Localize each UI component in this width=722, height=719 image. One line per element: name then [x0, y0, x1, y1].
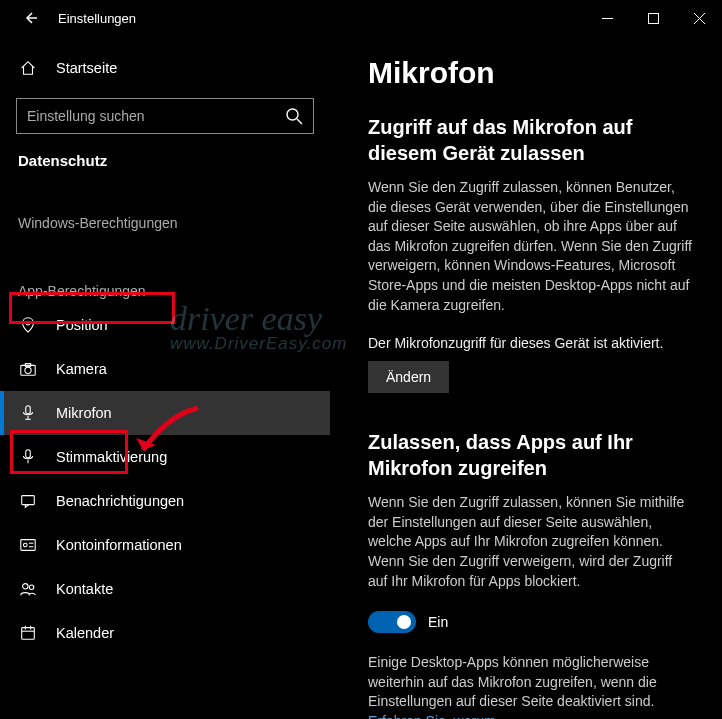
svg-rect-10 — [26, 406, 31, 414]
section1-status: Der Mikrofonzugriff für dieses Gerät ist… — [368, 335, 692, 351]
home-icon — [18, 58, 38, 78]
group-app-permissions: App-Berechtigungen — [0, 235, 330, 303]
svg-rect-16 — [21, 540, 35, 551]
footnote-text: Einige Desktop-Apps können möglicherweis… — [368, 654, 657, 709]
section1-heading: Zugriff auf das Mikrofon auf diesem Gerä… — [368, 114, 692, 166]
sidebar-item-label: Mikrofon — [56, 405, 112, 421]
sidebar-item-kontoinformationen[interactable]: Kontoinformationen — [0, 523, 330, 567]
search-input[interactable] — [27, 108, 285, 124]
sidebar-item-label: Benachrichtigungen — [56, 493, 184, 509]
svg-point-4 — [287, 109, 298, 120]
camera-icon — [18, 359, 38, 379]
category-label: Datenschutz — [0, 134, 330, 177]
svg-point-20 — [23, 584, 28, 589]
sidebar-item-label: Position — [56, 317, 108, 333]
calendar-icon — [18, 623, 38, 643]
sidebar-item-kamera[interactable]: Kamera — [0, 347, 330, 391]
learn-more-link[interactable]: Erfahren Sie, warum — [368, 713, 496, 719]
sidebar-item-kontakte[interactable]: Kontakte — [0, 567, 330, 611]
svg-rect-15 — [22, 496, 35, 505]
sidebar-item-kalender[interactable]: Kalender — [0, 611, 330, 655]
svg-rect-22 — [22, 628, 35, 640]
svg-point-6 — [26, 321, 30, 325]
account-icon — [18, 535, 38, 555]
sidebar-item-label: Kontakte — [56, 581, 113, 597]
sidebar-item-label: Kontoinformationen — [56, 537, 182, 553]
sidebar-item-label: Stimmaktivierung — [56, 449, 167, 465]
sidebar-item-label: Kamera — [56, 361, 107, 377]
toggle-label: Ein — [428, 614, 448, 630]
main-panel: Mikrofon Zugriff auf das Mikrofon auf di… — [330, 36, 722, 719]
svg-point-8 — [25, 367, 31, 373]
notifications-icon — [18, 491, 38, 511]
sidebar: Startseite Datenschutz Windows-Berechtig… — [0, 36, 330, 719]
section2-body: Wenn Sie den Zugriff zulassen, können Si… — [368, 493, 692, 591]
microphone-icon — [18, 403, 38, 423]
svg-point-21 — [29, 585, 33, 590]
app-title: Einstellungen — [58, 11, 136, 26]
search-input-wrapper[interactable] — [16, 98, 314, 134]
location-icon — [18, 315, 38, 335]
change-button[interactable]: Ändern — [368, 361, 449, 393]
svg-point-17 — [24, 543, 28, 547]
voice-icon — [18, 447, 38, 467]
contacts-icon — [18, 579, 38, 599]
section2-heading: Zulassen, dass Apps auf Ihr Mikrofon zug… — [368, 429, 692, 481]
close-button[interactable] — [676, 0, 722, 36]
allow-apps-toggle[interactable] — [368, 611, 416, 633]
svg-rect-1 — [648, 13, 658, 23]
group-windows-permissions: Windows-Berechtigungen — [0, 177, 330, 235]
search-icon — [285, 107, 303, 125]
sidebar-item-benachrichtigungen[interactable]: Benachrichtigungen — [0, 479, 330, 523]
back-button[interactable] — [16, 4, 44, 32]
maximize-button[interactable] — [630, 0, 676, 36]
minimize-button[interactable] — [584, 0, 630, 36]
sidebar-item-label: Kalender — [56, 625, 114, 641]
page-title: Mikrofon — [368, 56, 692, 90]
home-label: Startseite — [56, 60, 117, 76]
sidebar-item-position[interactable]: Position — [0, 303, 330, 347]
svg-rect-13 — [26, 450, 31, 458]
footnote: Einige Desktop-Apps können möglicherweis… — [368, 653, 692, 719]
section1-body: Wenn Sie den Zugriff zulassen, können Be… — [368, 178, 692, 315]
sidebar-item-stimmaktivierung[interactable]: Stimmaktivierung — [0, 435, 330, 479]
svg-line-5 — [297, 119, 302, 124]
sidebar-item-mikrofon[interactable]: Mikrofon — [0, 391, 330, 435]
home-button[interactable]: Startseite — [0, 48, 330, 88]
